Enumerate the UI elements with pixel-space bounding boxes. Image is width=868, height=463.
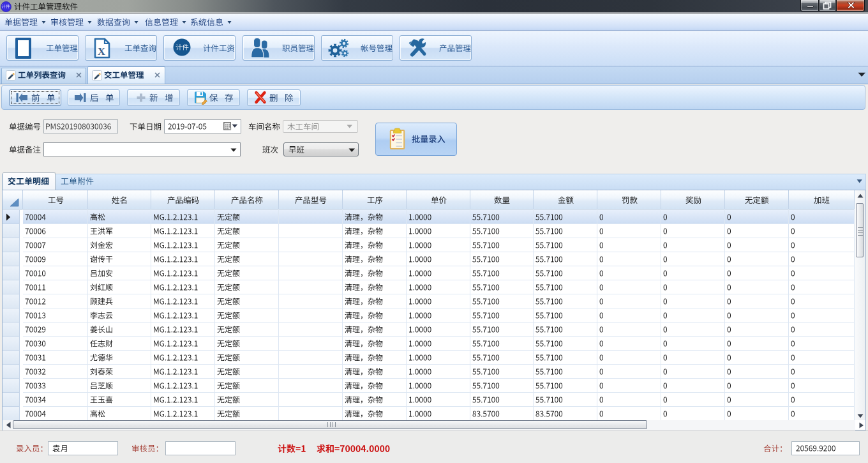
svg-text:X: X	[98, 45, 106, 57]
